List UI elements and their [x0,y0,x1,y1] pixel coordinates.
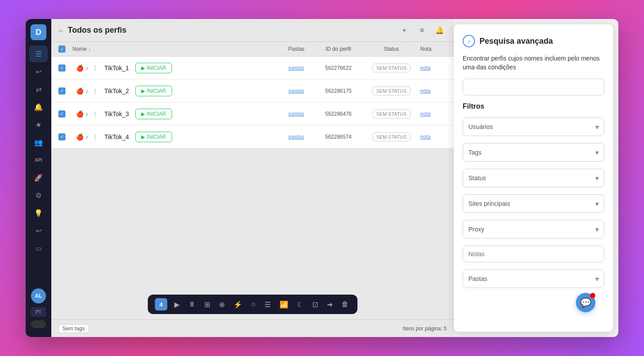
user-avatar[interactable]: AL [31,288,46,303]
play-icon: ▶ [141,134,145,140]
profiles-table: ✓ Nome ↓ Pastas ID do perfil Status Nota… [51,42,454,319]
select-all-checkbox[interactable]: ✓ [58,45,65,53]
profile-id-2: 562286175 [314,88,363,94]
pastas-link-2[interactable]: pastas [279,88,314,94]
toolbar-circle-icon[interactable]: ○ [249,299,257,310]
row-icons-2: 🍎 ♪ ⋮ [76,87,100,95]
apple-icon: 🍎 [76,64,84,72]
proxy-filter[interactable]: Proxy [463,220,604,239]
pastas-link-1[interactable]: pastas [279,65,314,71]
toolbar-delete-icon[interactable]: 🗑 [340,299,350,310]
apple-icon: 🍎 [76,133,84,140]
start-button-4[interactable]: ▶ INICIAR [135,132,172,142]
usuarios-filter[interactable]: Usuários [463,117,604,136]
name-search-input[interactable] [463,79,604,95]
toolbar-pause-icon[interactable]: ⏸ [187,299,197,310]
sidebar-item-notifications[interactable]: 🔔 [29,98,48,115]
bottom-toolbar: 4 ▶ ⏸ ⊞ ⊕ ⚡ ○ ☰ 📶 ☾ ⊡ ➜ 🗑 [148,295,357,314]
nota-link-2[interactable]: nota [420,88,447,94]
start-button-1[interactable]: ▶ INICIAR [135,63,172,73]
status-badge-4[interactable]: SEM STATUS [372,133,411,141]
breadcrumb-arrows: ›› [58,27,62,34]
row-icons-1: 🍎 ♪ ⋮ [76,64,100,72]
sidebar-item-launch[interactable]: 🚀 [29,169,48,186]
toolbar-list-icon[interactable]: ☰ [263,299,272,311]
toolbar-screen-icon[interactable]: ⊞ [203,299,212,311]
profile-name-4: TikTok_4 [104,133,129,140]
table-row: ✓ 🍎 ♪ ⋮ TikTok_4 ▶ INICIAR pastas 562286… [51,125,454,148]
sidebar-item-api[interactable]: API [29,151,48,168]
start-button-3[interactable]: ▶ INICIAR [135,109,172,119]
chat-icon: 💬 [580,297,591,308]
profile-name-2: TikTok_2 [104,87,129,95]
table-header: ✓ Nome ↓ Pastas ID do perfil Status Nota [51,42,454,57]
tags-filter[interactable]: Tags [463,143,604,162]
table-row: ✓ 🍎 ♪ ⋮ TikTok_1 ▶ INICIAR pastas 562276… [51,57,454,80]
chat-notification-badge [590,293,595,298]
nota-link-4[interactable]: nota [420,134,447,140]
sidebar-nav: ☰ ↩ ⇄ 🔔 ★ 👥 API 🚀 ⚙ 💡 ↩ ▭ [26,45,51,287]
pastas-filter-wrapper: Pastas [463,269,604,288]
sidebar-item-logout[interactable]: ↩ [29,222,48,239]
panel-close-button[interactable]: › [463,35,475,47]
sidebar-item-profiles[interactable]: ☰ [29,45,48,62]
status-filter[interactable]: Status [463,169,604,187]
more-options-icon[interactable]: ⋮ [92,110,98,117]
language-badge[interactable]: PT [31,307,46,317]
pastas-link-3[interactable]: pastas [279,111,314,117]
usuarios-filter-wrapper: Usuários [463,117,604,136]
add-button[interactable]: + [397,23,411,38]
row-checkbox-2[interactable]: ✓ [58,87,65,95]
selected-count: 4 [155,298,167,311]
status-badge-2[interactable]: SEM STATUS [372,87,411,95]
pastas-link-4[interactable]: pastas [279,134,314,140]
status-badge-3[interactable]: SEM STATUS [372,110,411,118]
sidebar-item-tips[interactable]: 💡 [29,205,48,221]
sidebar: D ☰ ↩ ⇄ 🔔 ★ 👥 API 🚀 ⚙ 💡 ↩ ▭ AL PT [26,19,51,337]
app-logo[interactable]: D [31,24,46,40]
more-options-icon[interactable]: ⋮ [92,64,98,72]
toolbar-box-icon[interactable]: ⊡ [310,299,320,311]
profile-id-3: 562286476 [314,111,363,117]
row-checkbox-4[interactable]: ✓ [58,133,65,140]
start-button-2[interactable]: ▶ INICIAR [135,86,172,96]
sites-principais-filter[interactable]: Sites principais [463,194,604,213]
tags-filter-wrapper: Tags [463,143,604,162]
toolbar-wifi-icon[interactable]: 📶 [278,299,290,311]
table-row: ✓ 🍎 ♪ ⋮ TikTok_3 ▶ INICIAR pastas 562286… [51,102,454,125]
more-options-icon[interactable]: ⋮ [92,87,98,95]
filter-button[interactable]: ≡ [415,23,429,38]
row-checkbox-3[interactable]: ✓ [58,110,65,117]
panel-subtitle: Encontrar perfis cujos nomes incluem pel… [463,54,604,72]
toolbar-play-icon[interactable]: ▶ [172,299,181,311]
more-options-icon[interactable]: ⋮ [92,133,98,140]
sidebar-item-settings[interactable]: ⚙ [29,187,48,204]
status-filter-wrapper: Status [463,169,604,187]
sidebar-item-storage[interactable]: ▭ [29,240,48,257]
notes-input[interactable] [463,246,604,262]
sidebar-item-extensions[interactable]: ★ [29,116,48,133]
bell-button[interactable]: 🔔 [433,23,447,38]
sidebar-item-team[interactable]: 👥 [29,134,48,151]
proxy-filter-wrapper: Proxy [463,220,604,239]
row-checkbox-1[interactable]: ✓ [58,64,65,72]
panel-title: Pesquisa avançada [479,37,553,46]
col-status-label: Status [363,46,420,52]
theme-toggle[interactable] [31,320,46,328]
toolbar-lightning-icon[interactable]: ⚡ [232,299,244,311]
profile-id-4: 562286574 [314,134,363,140]
tiktok-icon: ♪ [85,133,88,140]
nota-link-3[interactable]: nota [420,111,447,117]
table-row: ✓ 🍎 ♪ ⋮ TikTok_2 ▶ INICIAR pastas 562286… [51,80,454,102]
pastas-filter[interactable]: Pastas [463,269,604,288]
no-tags-badge[interactable]: Sem tags [58,324,89,333]
sort-icon[interactable]: ↓ [88,47,91,52]
toolbar-folder-icon[interactable]: ⊕ [217,299,226,311]
chat-button[interactable]: 💬 [576,293,595,312]
toolbar-moon-icon[interactable]: ☾ [295,299,305,311]
nota-link-1[interactable]: nota [420,65,447,71]
toolbar-arrow-icon[interactable]: ➜ [325,299,334,311]
sidebar-item-links[interactable]: ↩ [29,63,48,80]
sidebar-item-sync[interactable]: ⇄ [29,81,48,98]
status-badge-1[interactable]: SEM STATUS [372,64,411,72]
